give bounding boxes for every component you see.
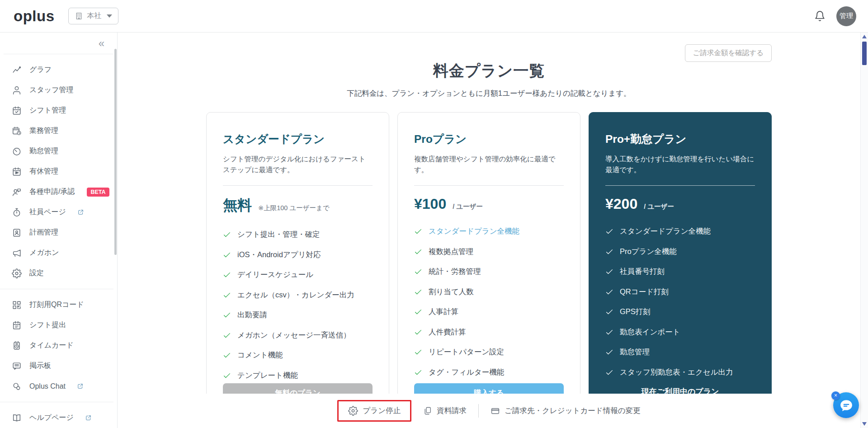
feature-text: 勤怠管理 [620, 347, 650, 357]
feature-text: 人件費計算 [429, 327, 466, 337]
check-billing-amount-button[interactable]: ご請求金額を確認する [685, 44, 772, 62]
notifications-bell-icon[interactable] [814, 10, 826, 22]
check-icon [223, 291, 231, 299]
sidebar-item-label: 業務管理 [29, 126, 58, 136]
billing-change-label: ご請求先・クレジットカード情報の変更 [505, 406, 640, 416]
scrollbar-thumb[interactable] [862, 42, 867, 65]
scroll-down-arrow-icon[interactable] [862, 422, 867, 426]
billing-change-button[interactable]: ご請求先・クレジットカード情報の変更 [491, 406, 640, 416]
feature-text: iOS・Androidアプリ対応 [237, 250, 321, 260]
app-window: oplus 本社 管理 « グラフスタッフ管理シフト管理業務管理勤怠管理有休管理… [0, 0, 868, 428]
user-chat-icon [12, 187, 22, 197]
chat-close-button[interactable]: × [831, 391, 840, 400]
sidebar-item-calendar-clock[interactable]: 業務管理 [12, 121, 117, 141]
check-icon [414, 368, 422, 376]
check-icon [223, 331, 231, 339]
clock-icon [12, 146, 22, 156]
sidebar-item-chart[interactable]: グラフ [12, 60, 117, 80]
external-link-icon [77, 209, 84, 216]
sidebar-item-id-card[interactable]: 計画管理 [12, 222, 117, 243]
stop-plan-button[interactable]: プラン停止 [337, 400, 411, 422]
sidebar-item-stopwatch[interactable]: 社員ページ [12, 202, 117, 222]
sidebar-item-calendar-check[interactable]: シフト管理 [12, 100, 117, 121]
external-link-icon [85, 414, 92, 421]
check-icon [414, 248, 422, 256]
page-subtitle: 下記料金は、プラン・オプションともに月額1ユーザー様あたりの記載となります。 [118, 89, 860, 99]
plan-divider [414, 185, 564, 186]
sidebar-item-label: 計画管理 [29, 228, 58, 237]
feature-text: 出勤要請 [237, 310, 267, 320]
plan-feature: iOS・Androidアプリ対応 [223, 245, 373, 265]
plan-price-unit: / ユーザー [644, 202, 674, 211]
sidebar-item-label: 有休管理 [29, 167, 58, 176]
check-icon [605, 288, 613, 296]
feature-text: GPS打刻 [620, 307, 651, 317]
plan-feature: コメント機能 [223, 345, 373, 366]
feature-text: 複数拠点管理 [429, 247, 473, 257]
page-scrollbar[interactable] [860, 33, 868, 428]
sidebar-item-qr[interactable]: 打刻用QRコード [12, 295, 117, 315]
page-title: 料金プラン一覧 [118, 61, 860, 81]
plan-feature: 複数拠点管理 [414, 242, 564, 262]
plan-features: スタンダードプラン全機能複数拠点管理統計・労務管理割り当て人数人事計算人件費計算… [414, 221, 564, 382]
sidebar-item-board[interactable]: 掲示板 [12, 356, 117, 376]
sidebar-item-book[interactable]: ヘルプページ [12, 408, 117, 428]
sidebar-item-calendar-plane[interactable]: 有休管理 [12, 161, 117, 182]
chat-bubble-icon [840, 399, 853, 412]
sidebar-item-user[interactable]: スタッフ管理 [12, 80, 117, 100]
check-icon [605, 268, 613, 276]
sidebar-item-timecard[interactable]: タイムカード [12, 335, 117, 356]
request-docs-button[interactable]: 資料請求 [423, 406, 467, 416]
user-icon [12, 85, 22, 95]
plan-divider [223, 185, 373, 186]
feature-text: デイリースケジュール [237, 270, 313, 280]
gear-icon [12, 268, 22, 278]
card-icon [491, 406, 500, 416]
plan-card-1: スタンダードプランシフト管理のデジタル化におけるファーストステップに最適です。無… [206, 112, 389, 424]
plan-feature: 社員番号打刻 [605, 262, 755, 282]
sidebar-item-label: シフト提出 [29, 320, 66, 330]
plan-price: ¥100 [414, 196, 446, 212]
footer-actions-bar: プラン停止資料請求ご請求先・クレジットカード情報の変更 [118, 394, 860, 428]
sidebar-item-label: 設定 [29, 268, 44, 278]
sidebar-item-gear[interactable]: 設定 [12, 263, 117, 283]
sidebar-item-calendar-lines[interactable]: シフト提出 [12, 315, 117, 335]
copy-icon [423, 406, 432, 415]
feature-text: エクセル（csv）・カレンダー出力 [237, 290, 354, 300]
calendar-lines-icon [12, 320, 22, 330]
plan-feature: シフト提出・管理・確定 [223, 225, 373, 245]
check-icon [223, 230, 231, 239]
plan-feature: スタッフ別勤怠表・エクセル出力 [605, 362, 755, 383]
sidebar-item-megaphone[interactable]: メガホン [12, 243, 117, 263]
calendar-plane-icon [12, 167, 22, 177]
check-icon [414, 227, 422, 235]
scroll-up-arrow-icon[interactable] [862, 35, 867, 38]
check-icon [414, 348, 422, 356]
collapse-sidebar-icon[interactable]: « [99, 37, 104, 49]
plan-price-row: ¥100/ ユーザー [414, 196, 564, 212]
plan-feature: GPS打刻 [605, 302, 755, 322]
sidebar-item-clock[interactable]: 勤怠管理 [12, 141, 117, 161]
plan-feature: 出勤要請 [223, 305, 373, 325]
sidebar-group-divider [0, 289, 113, 289]
sidebar-item-label: グラフ [29, 65, 52, 75]
plan-price: 無料 [223, 196, 252, 216]
check-icon [605, 348, 613, 356]
sidebar-scrollbar-thumb[interactable] [114, 49, 117, 255]
calendar-check-icon [12, 106, 22, 116]
plan-feature: 割り当て人数 [414, 282, 564, 302]
sidebar-collapse[interactable]: « [0, 38, 117, 50]
sidebar-item-user-chat[interactable]: 各種申請/承認BETA [12, 182, 117, 202]
avatar[interactable]: 管理 [836, 6, 856, 26]
plans-row: スタンダードプランシフト管理のデジタル化におけるファーストステップに最適です。無… [118, 112, 860, 424]
main-content: ご請求金額を確認する 料金プラン一覧 下記料金は、プラン・オプションともに月額1… [118, 33, 860, 428]
store-selector-label: 本社 [87, 11, 102, 21]
sidebar-item-label: タイムカード [29, 341, 74, 350]
feature-text: 人事計算 [429, 307, 458, 317]
footer-divider [478, 404, 479, 418]
sidebar-item-circles[interactable]: Oplus Chat [12, 376, 117, 396]
sidebar-item-label: 掲示板 [29, 361, 51, 371]
store-selector[interactable]: 本社 [68, 8, 118, 24]
check-icon [414, 288, 422, 296]
check-icon [605, 308, 613, 316]
